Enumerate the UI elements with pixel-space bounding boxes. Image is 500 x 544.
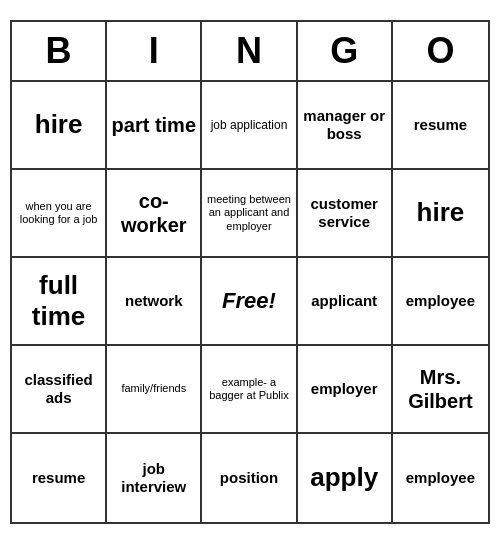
- bingo-cell: customer service: [298, 170, 393, 258]
- cell-text: hire: [417, 197, 465, 228]
- cell-text: when you are looking for a job: [16, 200, 101, 226]
- bingo-cell: full time: [12, 258, 107, 346]
- cell-text: employer: [311, 380, 378, 398]
- bingo-cell: apply: [298, 434, 393, 522]
- bingo-cell: hire: [393, 170, 488, 258]
- bingo-header: BINGO: [12, 22, 488, 82]
- cell-text: Free!: [222, 288, 276, 314]
- bingo-cell: manager or boss: [298, 82, 393, 170]
- cell-text: classified ads: [16, 371, 101, 407]
- bingo-cell: Free!: [202, 258, 297, 346]
- bingo-cell: employer: [298, 346, 393, 434]
- bingo-cell: example- a bagger at Publix: [202, 346, 297, 434]
- cell-text: applicant: [311, 292, 377, 310]
- bingo-cell: family/friends: [107, 346, 202, 434]
- header-letter: N: [202, 22, 297, 80]
- header-letter: I: [107, 22, 202, 80]
- cell-text: job interview: [111, 460, 196, 496]
- header-letter: G: [298, 22, 393, 80]
- bingo-cell: classified ads: [12, 346, 107, 434]
- cell-text: job application: [211, 118, 288, 132]
- bingo-card: BINGO hirepart timejob applicationmanage…: [10, 20, 490, 524]
- bingo-cell: employee: [393, 434, 488, 522]
- bingo-cell: resume: [12, 434, 107, 522]
- bingo-cell: job application: [202, 82, 297, 170]
- bingo-cell: applicant: [298, 258, 393, 346]
- cell-text: co-worker: [111, 189, 196, 237]
- bingo-cell: network: [107, 258, 202, 346]
- bingo-cell: co-worker: [107, 170, 202, 258]
- cell-text: resume: [414, 116, 467, 134]
- cell-text: position: [220, 469, 278, 487]
- cell-text: network: [125, 292, 183, 310]
- header-letter: O: [393, 22, 488, 80]
- cell-text: apply: [310, 462, 378, 493]
- cell-text: full time: [16, 270, 101, 332]
- bingo-cell: position: [202, 434, 297, 522]
- bingo-cell: hire: [12, 82, 107, 170]
- cell-text: family/friends: [121, 382, 186, 395]
- bingo-cell: employee: [393, 258, 488, 346]
- cell-text: manager or boss: [302, 107, 387, 143]
- bingo-cell: job interview: [107, 434, 202, 522]
- cell-text: example- a bagger at Publix: [206, 376, 291, 402]
- cell-text: employee: [406, 469, 475, 487]
- cell-text: employee: [406, 292, 475, 310]
- header-letter: B: [12, 22, 107, 80]
- bingo-cell: resume: [393, 82, 488, 170]
- cell-text: resume: [32, 469, 85, 487]
- bingo-cell: part time: [107, 82, 202, 170]
- cell-text: customer service: [302, 195, 387, 231]
- bingo-cell: when you are looking for a job: [12, 170, 107, 258]
- cell-text: hire: [35, 109, 83, 140]
- bingo-cell: Mrs. Gilbert: [393, 346, 488, 434]
- bingo-grid: hirepart timejob applicationmanager or b…: [12, 82, 488, 522]
- cell-text: meeting between an applicant and employe…: [206, 193, 291, 233]
- cell-text: part time: [112, 113, 196, 137]
- bingo-cell: meeting between an applicant and employe…: [202, 170, 297, 258]
- cell-text: Mrs. Gilbert: [397, 365, 484, 413]
